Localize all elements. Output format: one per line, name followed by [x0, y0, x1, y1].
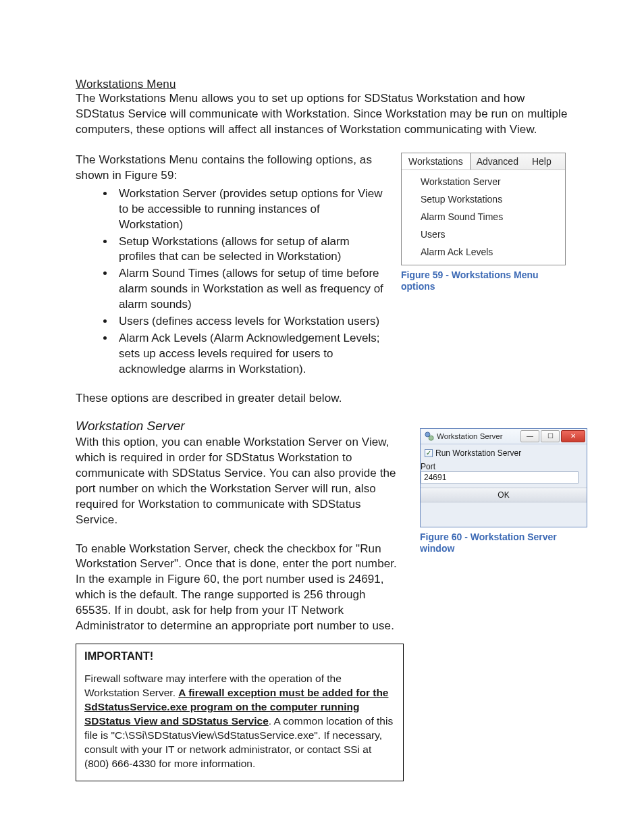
- menu-item-workstation-server[interactable]: Workstation Server: [402, 173, 565, 190]
- svg-point-0: [425, 432, 430, 437]
- figure-59-caption: Figure 59 - Workstations Menu options: [401, 269, 568, 292]
- run-server-checkbox-label: Run Workstation Server: [435, 448, 521, 458]
- figure-60-window-screenshot: Workstation Server — ☐ ✕ ✓ Run Workstati…: [420, 428, 587, 527]
- ws-paragraph-1: With this option, you can enable Worksta…: [76, 435, 404, 528]
- port-label: Port: [421, 462, 583, 471]
- bullet-item: Workstation Server (provides setup optio…: [115, 186, 385, 233]
- menu-item-setup-workstations[interactable]: Setup Workstations: [402, 190, 565, 208]
- bullets-outro: These options are described in greater d…: [76, 391, 568, 407]
- window-body: ✓ Run Workstation Server Port 24691 OK: [421, 444, 587, 527]
- menu-item-users[interactable]: Users: [402, 226, 565, 243]
- maximize-button[interactable]: ☐: [541, 430, 560, 442]
- important-body: Firewall software may interfere with the…: [84, 672, 395, 771]
- run-server-checkbox[interactable]: ✓: [425, 449, 433, 457]
- ws-paragraph-2: To enable Workstation Server, check the …: [76, 542, 404, 635]
- subsection-heading: Workstation Server: [76, 419, 404, 434]
- window-title: Workstation Server: [437, 432, 520, 440]
- menu-tab-advanced[interactable]: Advanced: [470, 153, 525, 170]
- document-page: Workstations Menu The Workstations Menu …: [0, 0, 644, 834]
- options-overview-row: The Workstations Menu contains the follo…: [76, 153, 568, 379]
- bullet-item: Setup Workstations (allows for setup of …: [115, 234, 385, 265]
- options-bullet-list: Workstation Server (provides setup optio…: [76, 186, 385, 377]
- menu-tab-workstations[interactable]: Workstations: [402, 153, 471, 170]
- menu-dropdown-items: Workstation Server Setup Workstations Al…: [402, 170, 565, 265]
- intro-paragraph: The Workstations Menu allows you to set …: [76, 91, 568, 138]
- important-title: IMPORTANT!: [84, 650, 395, 662]
- menu-item-alarm-ack-levels[interactable]: Alarm Ack Levels: [402, 243, 565, 261]
- figure-60-caption: Figure 60 - Workstation Server window: [420, 531, 587, 554]
- list-intro-text: The Workstations Menu contains the follo…: [76, 153, 385, 184]
- bullet-item: Alarm Ack Levels (Alarm Acknowledgement …: [115, 331, 385, 377]
- bullet-item: Users (defines access levels for Worksta…: [115, 314, 385, 330]
- close-button[interactable]: ✕: [561, 430, 585, 442]
- window-titlebar: Workstation Server — ☐ ✕: [421, 429, 587, 444]
- menu-item-alarm-sound-times[interactable]: Alarm Sound Times: [402, 208, 565, 226]
- menu-bar: Workstations Advanced Help: [402, 153, 565, 170]
- section-heading: Workstations Menu: [76, 78, 568, 91]
- run-server-checkbox-row: ✓ Run Workstation Server: [425, 448, 583, 458]
- minimize-button[interactable]: —: [520, 430, 539, 442]
- svg-point-1: [429, 436, 433, 440]
- menu-tab-help[interactable]: Help: [525, 153, 558, 170]
- workstation-server-row: Workstation Server With this option, you…: [76, 409, 568, 781]
- app-icon: [425, 432, 434, 441]
- figure-59-menu-screenshot: Workstations Advanced Help Workstation S…: [401, 153, 566, 265]
- bullet-item: Alarm Sound Times (allows for setup of t…: [115, 266, 385, 313]
- port-input[interactable]: 24691: [421, 471, 579, 484]
- ok-button[interactable]: OK: [421, 488, 587, 502]
- important-callout: IMPORTANT! Firewall software may interfe…: [76, 644, 404, 781]
